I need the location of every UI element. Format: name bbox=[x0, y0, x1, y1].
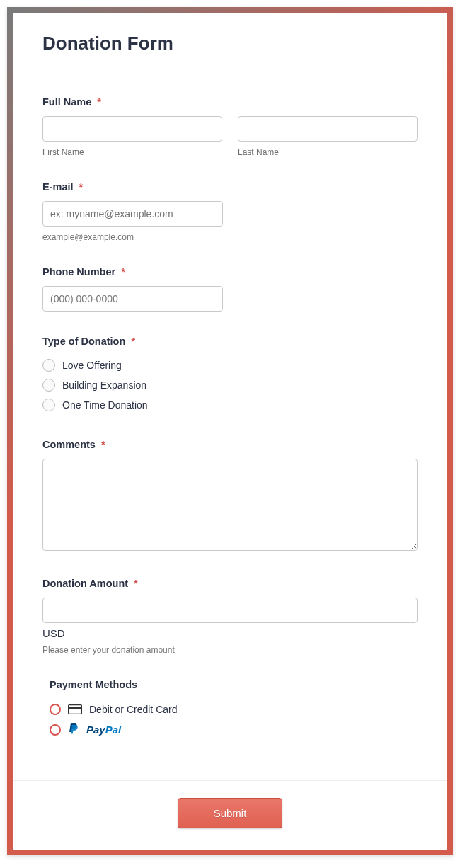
paypal-text-a: Pay bbox=[86, 724, 105, 736]
comments-textarea[interactable] bbox=[42, 459, 418, 551]
required-asterisk: * bbox=[121, 266, 125, 278]
svg-rect-0 bbox=[69, 705, 82, 714]
label-text: E-mail bbox=[42, 181, 74, 193]
label-text: Donation Amount bbox=[42, 578, 128, 589]
page-title: Donation Form bbox=[42, 33, 418, 55]
required-asterisk: * bbox=[131, 336, 135, 347]
form-header: Donation Form bbox=[13, 13, 447, 76]
comments-label: Comments * bbox=[42, 439, 418, 450]
required-asterisk: * bbox=[101, 439, 105, 450]
donation-amount-helper: Please enter your donation amount bbox=[42, 645, 418, 655]
label-text: Type of Donation bbox=[42, 336, 125, 347]
svg-rect-1 bbox=[69, 707, 82, 709]
radio-icon bbox=[42, 399, 55, 411]
credit-card-icon bbox=[68, 704, 82, 714]
form-footer: Submit bbox=[13, 780, 447, 850]
paypal-icon bbox=[68, 722, 79, 737]
radio-label: Love Offering bbox=[62, 360, 122, 371]
radio-one-time-donation[interactable]: One Time Donation bbox=[42, 395, 418, 415]
radio-icon bbox=[42, 359, 55, 372]
label-text: Comments bbox=[42, 439, 96, 450]
required-asterisk: * bbox=[97, 96, 101, 108]
paypal-text-b: Pal bbox=[105, 724, 122, 736]
pay-option-paypal[interactable]: PayPal bbox=[50, 719, 418, 741]
field-donation-amount: Donation Amount * USD Please enter your … bbox=[42, 578, 418, 655]
donation-amount-label: Donation Amount * bbox=[42, 578, 418, 589]
label-text: Full Name bbox=[42, 96, 91, 108]
donation-amount-input[interactable] bbox=[42, 598, 418, 623]
field-email: E-mail * example@example.com bbox=[42, 181, 418, 242]
form-container: Donation Form Full Name * First Name Las… bbox=[7, 7, 453, 855]
field-payment-methods: Payment Methods Debit or Credit Card Pay… bbox=[42, 679, 418, 749]
email-sublabel: example@example.com bbox=[42, 232, 418, 242]
radio-building-expansion[interactable]: Building Expansion bbox=[42, 375, 418, 395]
radio-label: Building Expansion bbox=[62, 379, 146, 391]
field-full-name: Full Name * First Name Last Name bbox=[42, 96, 418, 157]
phone-label: Phone Number * bbox=[42, 266, 418, 278]
last-name-input[interactable] bbox=[238, 116, 418, 142]
submit-button[interactable]: Submit bbox=[178, 798, 283, 828]
form-body: Full Name * First Name Last Name E-mail … bbox=[13, 76, 447, 780]
radio-icon bbox=[50, 724, 61, 736]
radio-icon bbox=[42, 379, 55, 392]
first-name-sublabel: First Name bbox=[42, 147, 222, 157]
field-comments: Comments * bbox=[42, 439, 418, 554]
paypal-logo-text: PayPal bbox=[86, 724, 121, 736]
payment-methods-label: Payment Methods bbox=[50, 679, 418, 690]
first-name-input[interactable] bbox=[42, 116, 222, 142]
phone-input[interactable] bbox=[42, 286, 223, 312]
radio-love-offering[interactable]: Love Offering bbox=[42, 355, 418, 375]
radio-icon bbox=[50, 704, 61, 715]
radio-label: One Time Donation bbox=[62, 399, 148, 411]
last-name-sublabel: Last Name bbox=[238, 147, 418, 157]
pay-option-card[interactable]: Debit or Credit Card bbox=[50, 700, 418, 719]
full-name-label: Full Name * bbox=[42, 96, 418, 108]
required-asterisk: * bbox=[79, 181, 84, 193]
email-input[interactable] bbox=[42, 201, 223, 227]
donation-type-label: Type of Donation * bbox=[42, 336, 418, 347]
field-phone: Phone Number * bbox=[42, 266, 418, 312]
required-asterisk: * bbox=[134, 578, 138, 589]
label-text: Phone Number bbox=[42, 266, 115, 278]
email-label: E-mail * bbox=[42, 181, 418, 193]
field-donation-type: Type of Donation * Love Offering Buildin… bbox=[42, 336, 418, 415]
pay-option-label: Debit or Credit Card bbox=[89, 704, 178, 715]
currency-label: USD bbox=[42, 627, 418, 639]
